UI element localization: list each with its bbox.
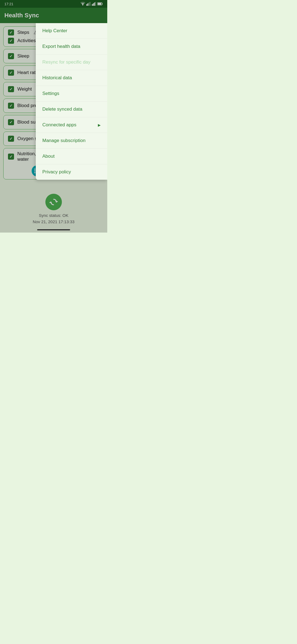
menu-item-connected-apps[interactable]: Connected apps ▶: [36, 117, 107, 133]
chevron-right-icon: ▶: [98, 123, 101, 127]
menu-item-manage-subscription[interactable]: Manage subscription: [36, 133, 107, 149]
menu-item-about[interactable]: About: [36, 149, 107, 164]
menu-item-help-center[interactable]: Help Center: [36, 23, 107, 39]
menu-item-delete-synced-data[interactable]: Delete synced data: [36, 102, 107, 117]
dropdown-menu: Help Center Export health data Resync fo…: [36, 23, 107, 180]
menu-item-historical-data[interactable]: Historical data: [36, 70, 107, 86]
menu-item-privacy-policy[interactable]: Privacy policy: [36, 164, 107, 180]
menu-item-export-health-data[interactable]: Export health data: [36, 39, 107, 54]
menu-item-resync-specific-day[interactable]: Resync for specific day: [36, 54, 107, 70]
menu-item-settings[interactable]: Settings: [36, 86, 107, 102]
